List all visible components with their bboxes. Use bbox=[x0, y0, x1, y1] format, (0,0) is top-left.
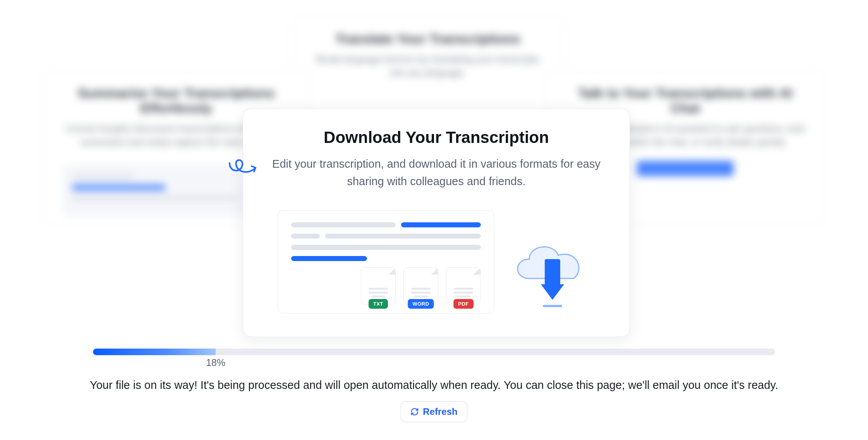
status-message: Your file is on its way! It's being proc… bbox=[0, 379, 868, 392]
format-page-pdf: PDF bbox=[446, 267, 481, 304]
feature-card-download: Download Your Transcription Edit your tr… bbox=[243, 108, 630, 337]
progress-section: 18% bbox=[93, 349, 775, 355]
format-badge-pdf: PDF bbox=[453, 299, 473, 309]
svg-rect-1 bbox=[543, 305, 562, 307]
feature-subtitle: Edit your transcription, and download it… bbox=[266, 155, 606, 190]
svg-rect-0 bbox=[545, 259, 560, 286]
progress-fill bbox=[93, 349, 216, 355]
bg-card-title: Translate Your Transcriptions bbox=[312, 31, 544, 46]
cloud-download-icon bbox=[506, 236, 595, 313]
refresh-icon bbox=[410, 407, 419, 416]
refresh-label: Refresh bbox=[423, 406, 457, 417]
feature-illustration: TXT WORD PDF bbox=[266, 210, 606, 313]
format-page-txt: TXT bbox=[361, 267, 396, 304]
format-badge-txt: TXT bbox=[369, 299, 388, 309]
curly-arrow-icon bbox=[228, 151, 259, 179]
document-preview: TXT WORD PDF bbox=[278, 210, 494, 313]
refresh-button[interactable]: Refresh bbox=[401, 401, 467, 422]
progress-bar bbox=[93, 349, 775, 355]
format-page-word: WORD bbox=[403, 267, 438, 304]
feature-title: Download Your Transcription bbox=[266, 128, 606, 147]
bg-card-desc: Break language barriers by translating y… bbox=[312, 53, 544, 80]
progress-percent-label: 18% bbox=[206, 357, 225, 368]
format-badge-word: WORD bbox=[408, 299, 434, 309]
